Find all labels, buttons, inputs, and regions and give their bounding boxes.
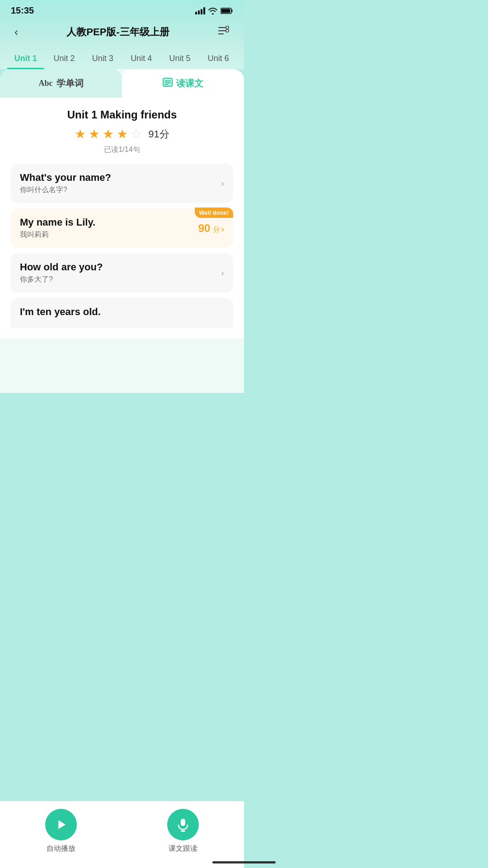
chevron-icon-2: › bbox=[221, 224, 224, 234]
unit-tab-1[interactable]: Unit 1 bbox=[7, 47, 44, 69]
vocab-label: 学单词 bbox=[56, 77, 84, 90]
sentence-cn-2: 我叫莉莉 bbox=[20, 230, 198, 240]
unit-tab-5[interactable]: Unit 5 bbox=[161, 47, 198, 69]
signal-icon bbox=[195, 7, 205, 14]
sentence-en-2: My name is Lily. bbox=[20, 217, 198, 228]
star-3: ★ bbox=[103, 127, 114, 142]
sub-tabs: Abc 学单词 读课文 bbox=[0, 69, 244, 98]
sentence-cn-1: 你叫什么名字? bbox=[20, 185, 221, 195]
well-done-badge: Well done! bbox=[195, 208, 233, 218]
back-button[interactable]: ‹ bbox=[11, 24, 22, 40]
star-5: ☆ bbox=[131, 127, 142, 142]
unit-score: 91分 bbox=[148, 127, 169, 141]
svg-rect-2 bbox=[201, 9, 202, 14]
status-icons bbox=[195, 7, 233, 14]
svg-rect-5 bbox=[221, 9, 230, 13]
sentence-text-1: What's your name? 你叫什么名字? bbox=[20, 172, 221, 195]
sentence-item-1[interactable]: What's your name? 你叫什么名字? › bbox=[11, 164, 233, 203]
status-bar: 15:35 bbox=[0, 0, 244, 19]
header-title: 人教PEP版-三年级上册 bbox=[66, 25, 169, 39]
unit-tab-6[interactable]: Unit 6 bbox=[200, 47, 237, 69]
svg-rect-0 bbox=[195, 12, 197, 14]
star-2: ★ bbox=[89, 127, 100, 142]
chevron-icon-3: › bbox=[221, 268, 224, 278]
progress-text: 已读1/14句 bbox=[9, 145, 235, 155]
stars-row: ★ ★ ★ ★ ☆ 91分 bbox=[9, 127, 235, 142]
reading-label: 读课文 bbox=[176, 77, 203, 90]
svg-point-10 bbox=[226, 29, 229, 32]
score-value-2: 90 bbox=[198, 222, 211, 235]
main-content: Abc 学单词 读课文 Unit 1 Making friends ★ ★ bbox=[0, 69, 244, 393]
sub-tab-vocab[interactable]: Abc 学单词 bbox=[0, 69, 122, 98]
unit-tab-3[interactable]: Unit 3 bbox=[84, 47, 121, 69]
chevron-icon-1: › bbox=[221, 178, 224, 189]
wifi-icon bbox=[208, 7, 218, 14]
star-4: ★ bbox=[117, 127, 128, 142]
unit-tab-2[interactable]: Unit 2 bbox=[46, 47, 82, 69]
sub-tab-reading[interactable]: 读课文 bbox=[122, 69, 244, 98]
vocab-icon: Abc bbox=[39, 79, 53, 88]
battery-icon bbox=[221, 8, 233, 14]
unit-tab-4[interactable]: Unit 4 bbox=[123, 47, 160, 69]
status-time: 15:35 bbox=[11, 5, 34, 16]
sentence-item-2[interactable]: Well done! My name is Lily. 我叫莉莉 90 分 › bbox=[11, 208, 233, 248]
filter-button[interactable] bbox=[214, 24, 233, 40]
sentence-item-3[interactable]: How old are you? 你多大了? › bbox=[11, 253, 233, 292]
score-unit-2: 分 bbox=[213, 225, 220, 235]
sentence-en-4: I'm ten years old. bbox=[20, 306, 224, 318]
star-1: ★ bbox=[75, 127, 86, 142]
sentence-en-3: How old are you? bbox=[20, 261, 221, 273]
svg-point-9 bbox=[226, 26, 229, 29]
sentence-en-1: What's your name? bbox=[20, 172, 221, 184]
sentence-text-2: My name is Lily. 我叫莉莉 bbox=[20, 217, 198, 240]
header: ‹ 人教PEP版-三年级上册 bbox=[0, 19, 244, 47]
sentence-cn-3: 你多大了? bbox=[20, 275, 221, 284]
sentence-item-4[interactable]: I'm ten years old. bbox=[11, 298, 233, 328]
sentences-list: What's your name? 你叫什么名字? › Well done! M… bbox=[9, 164, 235, 328]
sentence-text-3: How old are you? 你多大了? bbox=[20, 261, 221, 284]
sentence-score-2: 90 分 › bbox=[198, 222, 224, 235]
reading-icon bbox=[163, 78, 173, 89]
svg-rect-1 bbox=[198, 10, 200, 14]
card-area: Unit 1 Making friends ★ ★ ★ ★ ☆ 91分 已读1/… bbox=[0, 98, 244, 339]
unit-content-title: Unit 1 Making friends bbox=[9, 108, 235, 121]
svg-rect-3 bbox=[203, 7, 205, 14]
unit-tabs: Unit 1 Unit 2 Unit 3 Unit 4 Unit 5 Unit … bbox=[0, 47, 244, 69]
